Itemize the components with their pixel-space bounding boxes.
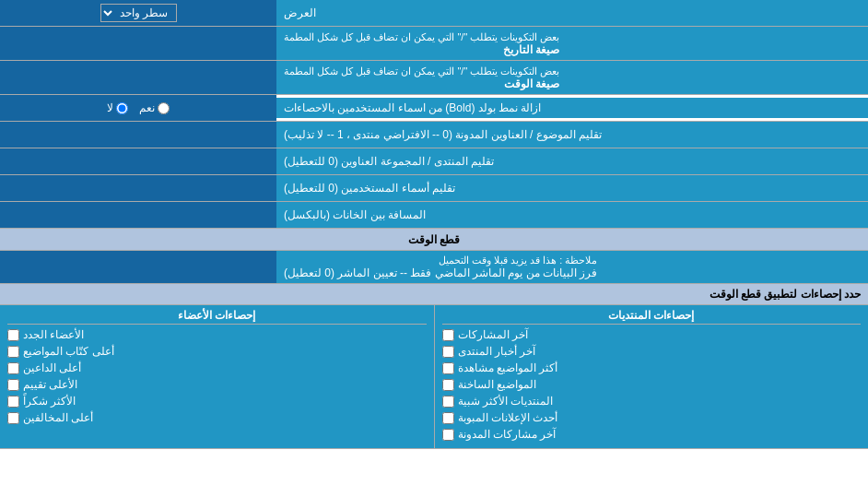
time-format-input-wrap: H:i (0, 61, 276, 94)
checkbox-col1-5[interactable] (442, 396, 454, 408)
topics-limit-row: تقليم الموضوع / العناوين المدونة (0 -- ا… (0, 122, 868, 148)
cutoff-input[interactable]: 0 (0, 261, 276, 274)
usernames-trim-label: تقليم أسماء المستخدمين (0 للتعطيل) (276, 175, 868, 201)
time-format-input[interactable]: H:i (0, 71, 276, 84)
main-container: العرض سطر واحد بعض التكوينات يتطلب "/" ا… (0, 0, 868, 449)
checkbox-col2-4[interactable] (7, 379, 19, 391)
bold-remove-label: ازالة نمط بولد (Bold) من اسماء المستخدمي… (276, 98, 868, 118)
cutoff-label: ملاحظة : هذا قد يزيد قبلا وقت التحميل فر… (276, 251, 868, 283)
cutoff-header: قطع الوقت (0, 229, 868, 251)
list-item: آخر المشاركات (442, 328, 862, 341)
stats-section: حدد إحصاءات لتطبيق قطع الوقت إحصاءات الم… (0, 284, 868, 449)
topics-limit-label: تقليم الموضوع / العناوين المدونة (0 -- ا… (276, 122, 868, 148)
cutoff-input-wrap: 0 (0, 251, 276, 283)
topics-limit-input[interactable]: 33 (0, 128, 276, 141)
checkbox-col2-5[interactable] (7, 396, 19, 408)
display-row: العرض سطر واحد (0, 0, 868, 27)
cutoff-row: ملاحظة : هذا قد يزيد قبلا وقت التحميل فر… (0, 251, 868, 284)
forum-trim-input[interactable]: 33 (0, 155, 276, 168)
usernames-trim-input[interactable]: 0 (0, 182, 276, 195)
forum-trim-label: تقليم المنتدى / المجموعة العناوين (0 للت… (276, 148, 868, 174)
forum-trim-input-wrap: 33 (0, 148, 276, 174)
usernames-trim-input-wrap: 0 (0, 175, 276, 201)
list-item: أعلى المخالفين (7, 411, 427, 424)
columns-gap-input-wrap: 2 (0, 202, 276, 228)
col1: إحصاءات المنتديات آخر المشاركات آخر أخبا… (434, 305, 869, 448)
columns-gap-row: المسافة بين الخانات (بالبكسل) 2 (0, 202, 868, 229)
bold-no-radio[interactable] (116, 102, 128, 114)
checkbox-col2-6[interactable] (7, 412, 19, 424)
list-item: آخر أخبار المنتدى (442, 345, 862, 358)
list-item: أعلى الداعين (7, 361, 427, 374)
date-format-input-wrap: d-m (0, 27, 276, 60)
bold-remove-options: نعم لا (0, 95, 276, 121)
list-item: أحدث الإعلانات المبوبة (442, 411, 862, 424)
col2: إحصاءات الأعضاء الأعضاء الجدد أعلى كتّاب… (0, 305, 434, 448)
list-item: الأكثر شكراً (7, 395, 427, 408)
checkbox-col1-4[interactable] (442, 379, 454, 391)
time-format-label: بعض التكوينات يتطلب "/" التي يمكن ان تضا… (276, 61, 868, 94)
topics-limit-input-wrap: 33 (0, 122, 276, 148)
col2-title: إحصاءات الأعضاء (7, 309, 427, 325)
date-format-label: بعض التكوينات يتطلب "/" التي يمكن ان تضا… (276, 27, 868, 60)
date-format-input[interactable]: d-m (0, 37, 276, 50)
bold-yes-label[interactable]: نعم (139, 101, 170, 114)
bold-remove-row: ازالة نمط بولد (Bold) من اسماء المستخدمي… (0, 95, 868, 122)
date-format-row: بعض التكوينات يتطلب "/" التي يمكن ان تضا… (0, 27, 868, 61)
list-item: آخر مشاركات المدونة (442, 428, 862, 441)
display-label: العرض (276, 0, 868, 26)
bold-no-label[interactable]: لا (107, 101, 128, 114)
checkbox-col2-2[interactable] (7, 346, 19, 358)
list-item: أكثر المواضيع مشاهدة (442, 361, 862, 374)
list-item: الأعضاء الجدد (7, 328, 427, 341)
checkbox-col1-2[interactable] (442, 346, 454, 358)
list-item: أعلى كتّاب المواضيع (7, 345, 427, 358)
stats-section-header: حدد إحصاءات لتطبيق قطع الوقت (0, 284, 868, 305)
list-item: المنتديات الأكثر شبية (442, 395, 862, 408)
checkbox-col1-1[interactable] (442, 329, 454, 341)
checkboxes-grid: إحصاءات المنتديات آخر المشاركات آخر أخبا… (0, 305, 868, 448)
display-select-wrap: سطر واحد (0, 0, 276, 26)
display-select[interactable]: سطر واحد (100, 4, 177, 22)
columns-gap-input[interactable]: 2 (0, 208, 276, 221)
usernames-trim-row: تقليم أسماء المستخدمين (0 للتعطيل) 0 (0, 175, 868, 202)
list-item: المواضيع الساخنة (442, 378, 862, 391)
time-format-row: بعض التكوينات يتطلب "/" التي يمكن ان تضا… (0, 61, 868, 95)
col1-title: إحصاءات المنتديات (442, 309, 862, 325)
list-item: الأعلى تقييم (7, 378, 427, 391)
forum-trim-row: تقليم المنتدى / المجموعة العناوين (0 للت… (0, 148, 868, 175)
checkbox-col1-7[interactable] (442, 429, 454, 441)
checkbox-col1-3[interactable] (442, 362, 454, 374)
columns-gap-label: المسافة بين الخانات (بالبكسل) (276, 202, 868, 228)
checkbox-col1-6[interactable] (442, 412, 454, 424)
checkbox-col2-3[interactable] (7, 362, 19, 374)
checkbox-col2-1[interactable] (7, 329, 19, 341)
bold-yes-radio[interactable] (158, 102, 170, 114)
